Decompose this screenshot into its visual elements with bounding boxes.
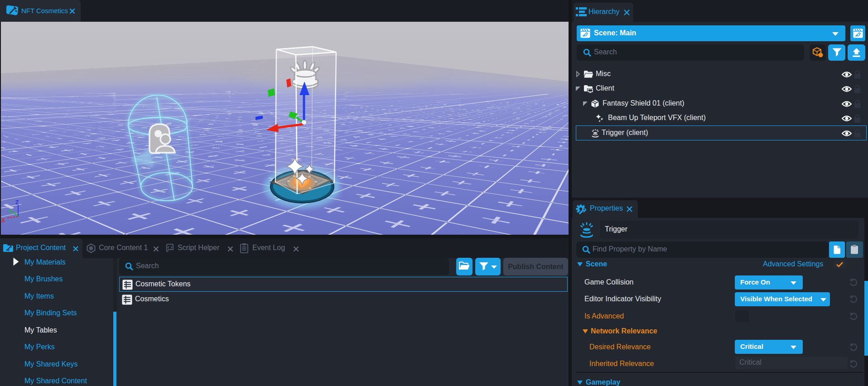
svg-text:X: X [1,217,5,224]
svg-text:Z: Z [15,199,19,206]
svg-text:Y: Y [9,209,12,215]
